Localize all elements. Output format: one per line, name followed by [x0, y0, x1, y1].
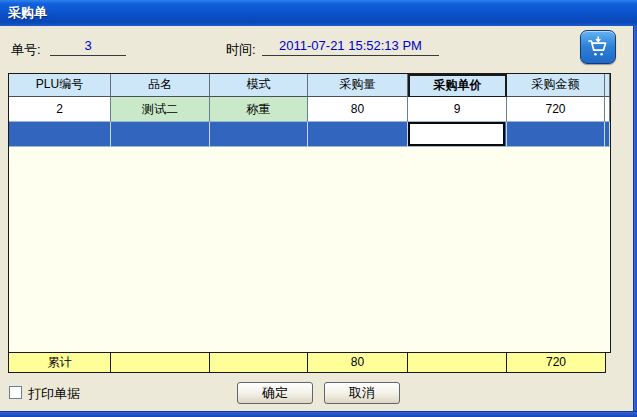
time-value: 2011-07-21 15:52:13 PM	[262, 38, 439, 56]
totals-price-empty	[408, 353, 507, 372]
column-header-mode: 模式	[210, 74, 308, 97]
table-row[interactable]: 2 测试二 称重 80 9 720	[9, 97, 610, 122]
column-header-qty: 采购量	[308, 74, 408, 97]
cell-amount[interactable]: 720	[507, 97, 605, 122]
cell-plu[interactable]: 2	[9, 97, 111, 122]
column-header-price: 采购单价	[408, 74, 507, 97]
totals-row: 累计 80 720	[8, 352, 606, 373]
cell-filler-empty	[605, 122, 610, 147]
totals-name-empty	[111, 353, 210, 372]
cancel-button[interactable]: 取消	[324, 382, 400, 404]
column-header-plu: PLU编号	[9, 74, 111, 97]
order-no-label: 单号:	[11, 41, 41, 59]
totals-mode-empty	[210, 353, 308, 372]
purchase-order-dialog: 采购单 ✕ 单号: 3 时间: 2011-07-21 15:52:13 PM P…	[0, 0, 637, 417]
table-header-row: PLU编号 品名 模式 采购量 采购单价 采购金额	[9, 74, 610, 97]
cell-name[interactable]: 测试二	[111, 97, 210, 122]
cell-qty-empty[interactable]	[308, 122, 408, 147]
column-header-name: 品名	[111, 74, 210, 97]
cell-amount-empty[interactable]	[507, 122, 605, 147]
totals-amount: 720	[507, 353, 605, 372]
print-receipt-checkbox[interactable]	[9, 386, 22, 399]
purchase-table: PLU编号 品名 模式 采购量 采购单价 采购金额 2 测试二 称重 80 9 …	[8, 73, 611, 353]
totals-label: 累计	[9, 353, 111, 372]
cart-icon	[586, 35, 610, 59]
title-bar: 采购单	[0, 0, 637, 26]
order-no-value: 3	[50, 38, 126, 56]
ok-button[interactable]: 确定	[237, 382, 313, 404]
cell-qty[interactable]: 80	[308, 97, 408, 122]
window-title: 采购单	[8, 4, 47, 22]
selected-empty-row[interactable]	[9, 122, 610, 147]
cell-mode[interactable]: 称重	[210, 97, 308, 122]
price-edit-input[interactable]	[408, 122, 505, 146]
cell-filler	[605, 97, 610, 122]
print-receipt-label: 打印单据	[28, 385, 80, 403]
column-header-amount: 采购金额	[507, 74, 605, 97]
window-border-right	[633, 0, 637, 417]
totals-qty: 80	[308, 353, 408, 372]
cell-name-empty[interactable]	[111, 122, 210, 147]
cart-button[interactable]	[580, 30, 616, 64]
column-header-filler	[605, 74, 610, 97]
cell-price[interactable]: 9	[408, 97, 507, 122]
cell-price-editing[interactable]	[408, 122, 507, 147]
window-border-bottom	[0, 411, 637, 417]
cell-plu-empty[interactable]	[9, 122, 111, 147]
cell-mode-empty[interactable]	[210, 122, 308, 147]
time-label: 时间:	[226, 41, 256, 59]
